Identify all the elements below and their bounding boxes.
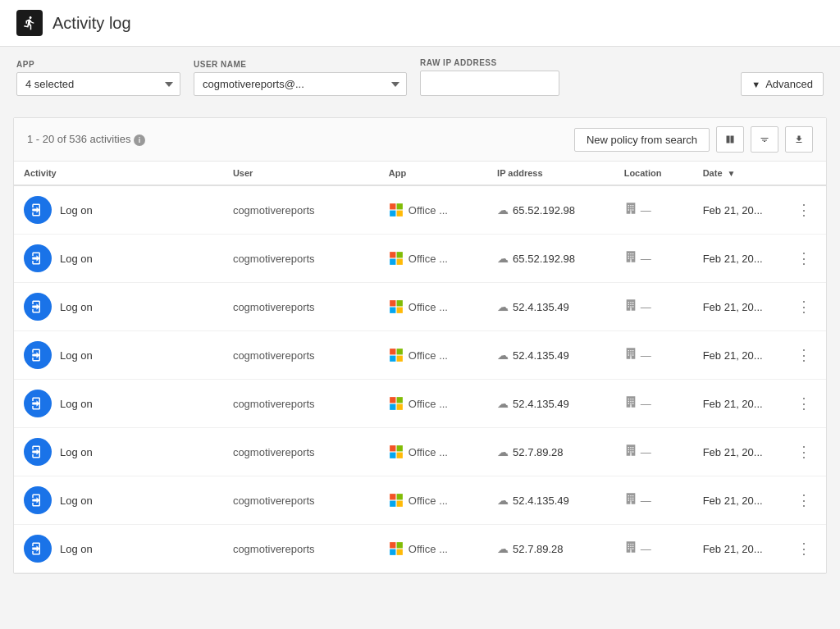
location-cell-5: —: [614, 428, 693, 476]
activity-name: Log on: [60, 398, 93, 410]
more-button[interactable]: ⋮: [792, 346, 816, 364]
activity-name: Log on: [60, 204, 93, 217]
office365-icon: [389, 348, 404, 362]
app-name: Office ...: [409, 253, 448, 265]
app-name: Office ...: [409, 495, 448, 507]
date-cell-4: Feb 21, 20...: [693, 380, 782, 428]
svg-rect-22: [390, 453, 395, 458]
more-button[interactable]: ⋮: [792, 540, 816, 558]
svg-rect-17: [396, 397, 402, 403]
more-button[interactable]: ⋮: [792, 249, 816, 267]
location-icon: [624, 250, 637, 267]
ip-address: 52.7.89.28: [513, 543, 563, 555]
location-text: —: [641, 398, 652, 410]
advanced-button[interactable]: ▼ Advanced: [741, 72, 824, 96]
date-cell-5: Feb 21, 20...: [693, 428, 782, 476]
activity-name: Log on: [60, 253, 93, 265]
app-cell-6: Office ...: [379, 476, 487, 525]
more-button[interactable]: ⋮: [792, 491, 816, 509]
cloud-icon: ☁: [497, 203, 509, 217]
location-icon: [624, 492, 637, 508]
svg-rect-16: [390, 397, 395, 403]
app-filter-label: APP: [16, 60, 180, 69]
more-button[interactable]: ⋮: [792, 201, 816, 219]
new-policy-button[interactable]: New policy from search: [574, 128, 710, 152]
ip-address: 52.4.135.49: [513, 398, 569, 410]
svg-rect-14: [390, 356, 395, 362]
col-date[interactable]: Date ▼: [693, 162, 782, 185]
table-row: Log on cogmotivereports Office ... ☁ 52.…: [14, 525, 826, 573]
location-cell-1: —: [614, 235, 693, 283]
app-cell-7: Office ...: [379, 525, 487, 573]
login-icon: [30, 541, 45, 556]
activity-name: Log on: [60, 349, 93, 362]
location-text: —: [641, 204, 652, 217]
location-icon: [624, 299, 637, 315]
user-filter-select[interactable]: cogmotivereports@...: [194, 72, 407, 96]
office365-icon: [389, 493, 404, 508]
activity-count: 1 - 20 of 536 activities i: [27, 133, 145, 146]
sort-arrow: ▼: [728, 169, 736, 178]
table-row: Log on cogmotivereports Office ... ☁ 52.…: [14, 380, 826, 428]
count-text: 1 - 20 of 536 activities: [27, 133, 130, 145]
cloud-icon: ☁: [497, 252, 509, 265]
building-icon: [624, 202, 637, 215]
app-cell-2: Office ...: [379, 283, 487, 331]
col-activity: Activity: [14, 162, 223, 185]
building-icon: [624, 250, 637, 263]
app-name: Office ...: [409, 301, 448, 313]
ip-cell-4: ☁ 52.4.135.49: [487, 380, 614, 428]
columns-icon: [725, 134, 735, 145]
svg-rect-19: [396, 404, 402, 410]
ip-cell-0: ☁ 65.52.192.98: [487, 185, 614, 235]
app-filter-select[interactable]: 4 selected: [16, 72, 180, 96]
svg-rect-8: [390, 300, 395, 306]
activity-log-icon: [16, 10, 43, 36]
table-header: Activity User App IP address Location Da…: [14, 162, 826, 185]
ip-filter-input[interactable]: [420, 71, 559, 96]
date-cell-2: Feb 21, 20...: [693, 283, 782, 331]
svg-rect-23: [396, 453, 402, 458]
svg-rect-20: [390, 445, 395, 451]
ip-address: 52.4.135.49: [513, 495, 569, 507]
svg-rect-3: [396, 211, 402, 217]
more-button[interactable]: ⋮: [792, 298, 816, 316]
date-cell-0: Feb 21, 20...: [693, 185, 782, 235]
activity-name: Log on: [60, 446, 93, 458]
activity-cell-2: Log on: [14, 283, 223, 331]
svg-rect-18: [390, 404, 395, 410]
login-icon: [30, 493, 45, 508]
location-icon: [624, 444, 637, 460]
login-icon: [30, 203, 45, 217]
app-cell-5: Office ...: [379, 428, 487, 476]
cloud-icon: ☁: [497, 349, 509, 362]
more-button[interactable]: ⋮: [792, 443, 816, 461]
table-row: Log on cogmotivereports Office ... ☁ 52.…: [14, 428, 826, 476]
location-text: —: [641, 253, 652, 265]
building-icon: [624, 444, 637, 457]
ip-cell-7: ☁ 52.7.89.28: [487, 525, 614, 573]
svg-rect-4: [390, 252, 395, 258]
office365-icon: [389, 299, 404, 314]
download-button[interactable]: [785, 126, 813, 153]
more-button[interactable]: ⋮: [792, 394, 816, 412]
svg-rect-13: [396, 349, 402, 354]
columns-button[interactable]: [716, 126, 744, 153]
date-cell-3: Feb 21, 20...: [693, 331, 782, 380]
svg-rect-27: [396, 501, 402, 507]
app-name: Office ...: [409, 398, 448, 410]
activity-cell-0: Log on: [14, 185, 223, 235]
chevron-down-icon: ▼: [751, 80, 760, 89]
office365-icon: [389, 444, 404, 459]
svg-rect-25: [396, 494, 402, 499]
filter-button[interactable]: [751, 126, 778, 153]
more-cell-7: ⋮: [782, 525, 826, 573]
info-icon[interactable]: i: [134, 134, 145, 146]
activity-cell-4: Log on: [14, 380, 223, 428]
location-cell-4: —: [614, 380, 693, 428]
svg-rect-24: [390, 494, 395, 499]
main-content: 1 - 20 of 536 activities i New policy fr…: [13, 117, 827, 574]
more-cell-0: ⋮: [782, 185, 826, 235]
svg-rect-15: [396, 356, 402, 362]
user-cell-3: cogmotivereports: [223, 331, 379, 380]
